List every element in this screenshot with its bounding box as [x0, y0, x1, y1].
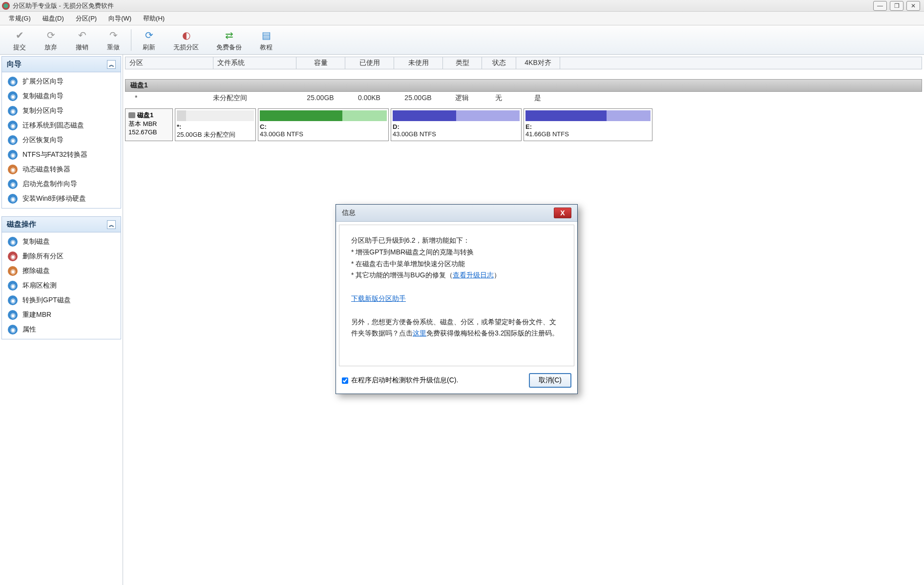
discard-button[interactable]: ⟳放弃 — [35, 26, 66, 54]
menu-general[interactable]: 常规(G) — [3, 12, 37, 25]
th-type[interactable]: 类型 — [443, 57, 482, 69]
wizard-item-icon: ◉ — [8, 121, 18, 130]
dialog-cancel-button[interactable]: 取消(C) — [529, 373, 571, 388]
th-used[interactable]: 已使用 — [345, 57, 394, 69]
wizard-item[interactable]: ◉迁移系统到固态磁盘 — [2, 118, 121, 133]
lossless-button[interactable]: ◐无损分区 — [165, 26, 208, 54]
menubar: 常规(G) 磁盘(D) 分区(P) 向导(W) 帮助(H) — [0, 12, 924, 25]
diskops-item[interactable]: ◉复制磁盘 — [2, 234, 121, 249]
wizard-item[interactable]: ◉动态磁盘转换器 — [2, 162, 121, 177]
wizard-item[interactable]: ◉启动光盘制作向导 — [2, 177, 121, 191]
diskops-item[interactable]: ◉坏扇区检测 — [2, 278, 121, 293]
th-capacity[interactable]: 容量 — [296, 57, 345, 69]
wizard-item-icon: ◉ — [8, 135, 18, 145]
row-cap: 25.00GB — [296, 94, 345, 103]
close-button[interactable]: ✕ — [906, 1, 920, 11]
tutorial-button[interactable]: ▤教程 — [251, 26, 282, 54]
menu-partition[interactable]: 分区(P) — [70, 12, 103, 25]
menu-disk[interactable]: 磁盘(D) — [37, 12, 70, 25]
partition-desc: 43.00GB NTFS — [260, 130, 387, 138]
diskops-item[interactable]: ◉删除所有分区 — [2, 249, 121, 264]
tutorial-label: 教程 — [260, 43, 273, 52]
row-fs: 未分配空间 — [213, 94, 296, 103]
wizard-item-label: 复制磁盘向导 — [22, 92, 63, 101]
sidebar: 向导 ︽ ◉扩展分区向导◉复制磁盘向导◉复制分区向导◉迁移系统到固态磁盘◉分区恢… — [0, 55, 123, 585]
disk-group-label[interactable]: 磁盘1 — [125, 79, 922, 92]
commit-button[interactable]: ✔提交 — [4, 26, 35, 54]
wizard-item[interactable]: ◉NTFS与FAT32转换器 — [2, 147, 121, 162]
wizard-item-label: 扩展分区向导 — [22, 77, 63, 86]
row-name: * — [125, 94, 213, 103]
reload-icon: ⟳ — [44, 28, 58, 42]
menu-wizard[interactable]: 向导(W) — [103, 12, 137, 25]
wizard-item[interactable]: ◉分区恢复向导 — [2, 133, 121, 147]
diskops-item-label: 删除所有分区 — [22, 252, 63, 261]
partition-desc: 25.00GB 未分配空间 — [177, 130, 254, 139]
wizard-item[interactable]: ◉扩展分区向导 — [2, 74, 121, 89]
partition-row-data[interactable]: * 未分配空间 25.00GB 0.00KB 25.00GB 逻辑 无 是 — [125, 92, 922, 104]
th-align4k[interactable]: 4KB对齐 — [516, 57, 560, 69]
diskops-item[interactable]: ◉转换到GPT磁盘 — [2, 293, 121, 308]
partition-box[interactable]: D:43.00GB NTFS — [391, 108, 522, 141]
backup-label: 免费备份 — [216, 43, 242, 52]
th-partition[interactable]: 分区 — [126, 57, 213, 69]
redo-button[interactable]: ↷重做 — [98, 26, 129, 54]
dialog-line4: * 其它功能的增强与BUG的修复（查看升级日志） — [351, 270, 562, 281]
minimize-button[interactable]: — — [873, 1, 887, 11]
window-controls: — ❐ ✕ — [873, 1, 920, 11]
startup-check-checkbox[interactable] — [342, 377, 348, 384]
collapse-icon[interactable]: ︽ — [107, 60, 116, 69]
partition-box[interactable]: C:43.00GB NTFS — [258, 108, 389, 141]
wizard-item[interactable]: ◉复制分区向导 — [2, 104, 121, 118]
row-unused: 25.00GB — [394, 94, 442, 103]
partition-box[interactable]: *:25.00GB 未分配空间 — [175, 108, 256, 141]
partition-box[interactable]: E:41.66GB NTFS — [524, 108, 652, 141]
diskops-panel-header[interactable]: 磁盘操作 ︽ — [2, 217, 121, 232]
partition-letter: C: — [260, 123, 387, 130]
dialog-titlebar[interactable]: 信息 X — [336, 205, 577, 222]
th-filesystem[interactable]: 文件系统 — [213, 57, 296, 69]
maximize-button[interactable]: ❐ — [890, 1, 903, 11]
dialog-footer: 在程序启动时检测软件升级信息(C). 取消(C) — [336, 369, 577, 394]
refresh-button[interactable]: ⟳刷新 — [133, 26, 165, 54]
startup-check-text: 在程序启动时检测软件升级信息(C). — [351, 376, 458, 385]
dialog-close-button[interactable]: X — [554, 208, 571, 218]
here-link[interactable]: 这里 — [413, 329, 426, 337]
diskops-item[interactable]: ◉擦除磁盘 — [2, 264, 121, 278]
th-unused[interactable]: 未使用 — [394, 57, 443, 69]
menu-help[interactable]: 帮助(H) — [137, 12, 170, 25]
check-icon: ✔ — [13, 28, 26, 42]
backup-button[interactable]: ⇄免费备份 — [208, 26, 251, 54]
download-link[interactable]: 下载新版分区助手 — [351, 294, 406, 302]
disk-info[interactable]: 磁盘1 基本 MBR 152.67GB — [125, 108, 173, 141]
wizard-item[interactable]: ◉安装Win8到移动硬盘 — [2, 191, 121, 206]
wizard-item-icon: ◉ — [8, 91, 18, 101]
collapse-icon[interactable]: ︽ — [107, 220, 116, 229]
diskops-item[interactable]: ◉属性 — [2, 322, 121, 337]
changelog-link[interactable]: 查看升级日志 — [453, 271, 494, 279]
partition-letter: *: — [177, 123, 254, 130]
diskops-item-icon: ◉ — [8, 266, 18, 276]
partition-meter — [393, 110, 520, 121]
undo-button[interactable]: ↶撤销 — [66, 26, 98, 54]
wizard-item-icon: ◉ — [8, 179, 18, 189]
wizard-item[interactable]: ◉复制磁盘向导 — [2, 89, 121, 104]
wizard-panel-header[interactable]: 向导 ︽ — [2, 57, 121, 72]
refresh-label: 刷新 — [143, 43, 155, 52]
diskops-item[interactable]: ◉重建MBR — [2, 308, 121, 322]
main-area: 向导 ︽ ◉扩展分区向导◉复制磁盘向导◉复制分区向导◉迁移系统到固态磁盘◉分区恢… — [0, 55, 924, 585]
diskops-item-icon: ◉ — [8, 281, 18, 291]
diskops-item-icon: ◉ — [8, 325, 18, 334]
disk-map: 磁盘1 基本 MBR 152.67GB *:25.00GB 未分配空间C:43.… — [125, 108, 922, 141]
partition-meter — [177, 110, 254, 121]
diskops-item-label: 属性 — [22, 325, 36, 334]
diskops-panel-title: 磁盘操作 — [7, 220, 36, 229]
wizard-item-icon: ◉ — [8, 106, 18, 116]
th-status[interactable]: 状态 — [482, 57, 516, 69]
partitions-container: *:25.00GB 未分配空间C:43.00GB NTFSD:43.00GB N… — [175, 108, 922, 141]
diskops-item-icon: ◉ — [8, 310, 18, 320]
row-type: 逻辑 — [442, 94, 482, 103]
titlebar: 分区助手专业版 - 无损分区免费软件 — [0, 0, 924, 12]
partition-meter — [525, 110, 651, 121]
startup-check-label[interactable]: 在程序启动时检测软件升级信息(C). — [342, 376, 458, 385]
